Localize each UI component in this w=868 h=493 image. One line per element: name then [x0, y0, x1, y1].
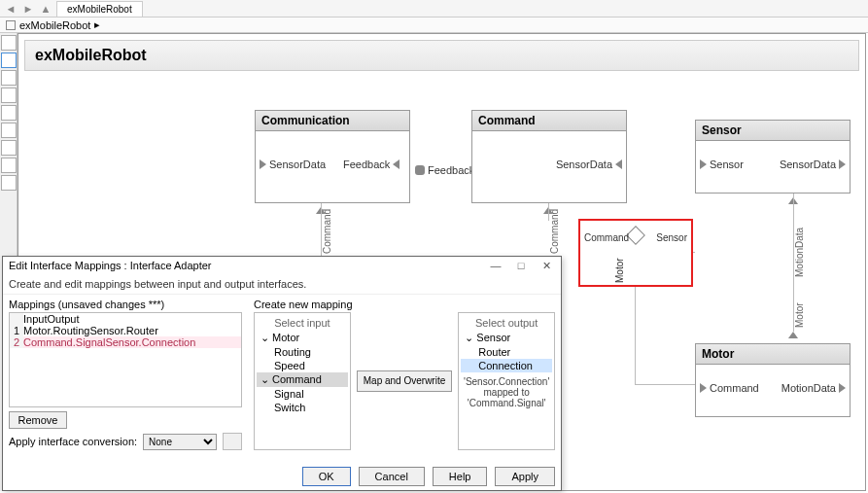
edit-interface-mappings-dialog: Edit Interface Mappings : Interface Adap…: [2, 256, 562, 491]
tab-active[interactable]: exMobileRobot: [56, 1, 143, 17]
tree-item[interactable]: ⌄ Sensor: [461, 331, 552, 345]
select-input-tree[interactable]: Select input ⌄ MotorRoutingSpeed⌄ Comman…: [254, 312, 351, 450]
tool-8[interactable]: [1, 158, 17, 173]
minimize-icon[interactable]: —: [487, 260, 504, 272]
maximize-icon[interactable]: □: [512, 260, 530, 272]
tree-item[interactable]: Connection: [461, 359, 552, 372]
nav-fwd-icon[interactable]: ►: [21, 2, 35, 16]
mappings-label: Mappings (unsaved changes ***): [9, 299, 242, 310]
mapping-status: 'Sensor.Connection' mapped to 'Command.S…: [461, 372, 552, 408]
block-command[interactable]: Command SensorData: [471, 110, 627, 203]
mappings-table[interactable]: Input Output 1 Motor.Routing Sensor.Rout…: [9, 312, 242, 407]
interface-adapter-junction[interactable]: Command Sensor Motor: [578, 219, 693, 287]
port-icon: [788, 332, 798, 338]
nav-back-icon[interactable]: ◄: [4, 2, 17, 16]
port-icon: [700, 383, 707, 393]
apply-conversion-label: Apply interface conversion:: [9, 436, 137, 447]
tree-item[interactable]: ⌄ Command: [257, 372, 348, 387]
port-icon: [615, 159, 622, 169]
port-icon: [393, 159, 399, 169]
tree-item[interactable]: Switch: [257, 401, 348, 414]
tree-item[interactable]: Signal: [257, 387, 348, 401]
tab-strip: ◄ ► ▲ exMobileRobot: [0, 0, 868, 18]
block-motor[interactable]: Motor Command MotionData: [695, 343, 851, 417]
feedback-terminator-icon: [415, 165, 425, 175]
nav-up-icon[interactable]: ▲: [39, 2, 52, 16]
table-row[interactable]: 1 Motor.Routing Sensor.Router: [10, 325, 241, 336]
tool-7[interactable]: [1, 140, 17, 156]
block-header: Motor: [696, 344, 850, 365]
tool-4[interactable]: [1, 88, 17, 103]
tree-item[interactable]: Routing: [257, 345, 348, 359]
port-icon: [700, 159, 707, 169]
apply-conversion-button[interactable]: [223, 433, 242, 450]
page-title: exMobileRobot: [24, 40, 859, 71]
block-header: Communication: [256, 111, 409, 131]
remove-button[interactable]: Remove: [9, 411, 67, 429]
tool-2[interactable]: [1, 53, 17, 68]
dialog-title: Edit Interface Mappings : Interface Adap…: [9, 260, 212, 271]
breadcrumb-item[interactable]: exMobileRobot: [19, 19, 90, 31]
map-overwrite-button[interactable]: Map and Overwrite: [357, 370, 452, 392]
cancel-button[interactable]: Cancel: [359, 467, 425, 486]
chevron-right-icon: ▸: [94, 18, 100, 31]
block-sensor[interactable]: Sensor Sensor SensorData: [695, 120, 851, 194]
tree-item[interactable]: ⌄ Motor: [257, 331, 348, 345]
tool-9[interactable]: [1, 175, 17, 191]
block-header: Command: [472, 111, 626, 131]
breadcrumb: exMobileRobot ▸: [0, 18, 868, 33]
tool-6[interactable]: [1, 123, 17, 138]
apply-button[interactable]: Apply: [495, 467, 555, 486]
ok-button[interactable]: OK: [302, 467, 351, 486]
tree-item[interactable]: Router: [461, 345, 552, 359]
tool-1[interactable]: [1, 35, 17, 51]
help-button[interactable]: Help: [433, 467, 488, 486]
table-row[interactable]: 2 Command.Signal Sensor.Connection: [10, 336, 241, 348]
tree-item[interactable]: Speed: [257, 359, 348, 372]
block-header: Sensor: [696, 121, 850, 141]
dialog-titlebar[interactable]: Edit Interface Mappings : Interface Adap…: [3, 257, 561, 274]
create-mapping-label: Create new mapping: [254, 299, 555, 310]
select-output-tree[interactable]: Select output ⌄ SensorRouterConnection '…: [458, 312, 555, 450]
port-in-icon: [260, 159, 266, 169]
conversion-select[interactable]: None: [143, 434, 217, 450]
breadcrumb-icon: [6, 20, 16, 30]
port-icon: [839, 383, 846, 393]
block-communication[interactable]: Communication SensorData Feedback: [255, 110, 410, 203]
port-icon: [839, 159, 846, 169]
tool-5[interactable]: [1, 105, 17, 121]
tool-3[interactable]: [1, 70, 17, 86]
close-icon[interactable]: ✕: [538, 260, 555, 272]
dialog-description: Create and edit mappings between input a…: [3, 274, 561, 295]
